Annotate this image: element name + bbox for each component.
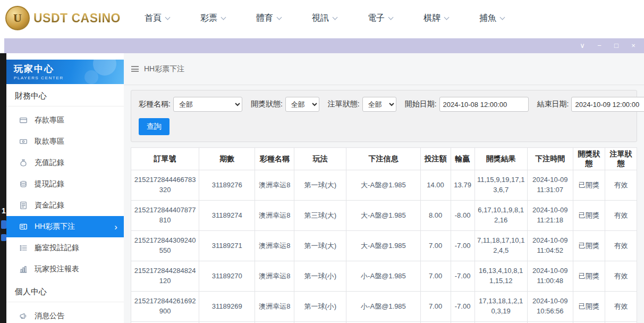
filter-label: 開獎狀態: (251, 100, 283, 109)
table-cell: 6,17,10,1,9,8,12,16 (474, 201, 527, 231)
hall-record-icon (19, 244, 28, 252)
sidebar-subtitle: PLAYERS CENTER (14, 76, 124, 80)
table-cell: 已開獎 (573, 201, 605, 231)
chevron-down-icon (333, 14, 338, 20)
logo-monogram: U (13, 11, 22, 25)
table-cell: 2152172844284824120 (131, 261, 199, 292)
table-cell: 17,13,18,1,2,10,3,19 (474, 292, 527, 322)
lottery-name-select[interactable]: 全部 (173, 97, 242, 112)
table-cell: 2024-10-09 11:04:52 (527, 231, 573, 261)
minimize-icon[interactable]: − (594, 40, 605, 51)
maximize-icon[interactable]: □ (611, 40, 622, 51)
column-header: 下注信息 (346, 148, 420, 170)
column-header: 輸贏 (451, 148, 474, 170)
sidebar-item-announcement[interactable]: 消息公告 (6, 305, 124, 323)
nav-item-3[interactable]: 體育 (256, 13, 281, 24)
nav-item-7[interactable]: 捕魚 (479, 13, 504, 24)
sidebar-title: 玩家中心 (14, 63, 124, 75)
filter-label: 彩種名稱: (139, 100, 171, 109)
nav-item-5[interactable]: 電子 (368, 13, 393, 24)
table-cell: 大-A盤@1.985 (346, 170, 420, 201)
section-label: 個人中心 (6, 280, 124, 302)
sidebar-item-withdraw[interactable]: 取款專區 (6, 131, 124, 152)
table-cell: -8.00 (451, 201, 474, 231)
table-cell: 2024-10-09 11:00:48 (527, 261, 573, 292)
sidebar-item-label: 存款專區 (35, 115, 64, 125)
main-content: HH彩票下注 彩種名稱:全部開獎狀態:全部注單狀態:全部開始日期:結束日期: 查… (124, 53, 644, 323)
sidebar-item-lottery[interactable]: HH彩票下注› (6, 216, 124, 237)
sidebar-item-recharge[interactable]: 充值記錄 (6, 152, 124, 173)
breadcrumb: HH彩票下注 (124, 53, 644, 85)
table-cell: 已開獎 (573, 231, 605, 261)
chevron-down-icon (277, 14, 282, 20)
chevron-right-icon: › (114, 222, 117, 231)
start-date-input[interactable] (439, 97, 529, 112)
filter-row: 彩種名稱:全部開獎狀態:全部注單狀態:全部開始日期:結束日期: (139, 97, 629, 112)
table-row: 215217284426169290031189269澳洲幸运8第一球(小)小-… (131, 292, 637, 322)
bets-table: 訂單號期數彩種名稱玩法下注信息投注額輸贏開獎結果下注時間開獎狀態注單狀態 215… (131, 147, 637, 323)
sidebar-item-funds[interactable]: 資金記錄 (6, 195, 124, 216)
table-cell: 31189271 (199, 231, 255, 261)
column-header: 玩法 (294, 148, 346, 170)
search-button[interactable]: 查詢 (139, 118, 170, 135)
nav-item-1[interactable]: 首頁 (145, 13, 170, 24)
column-header: 開獎結果 (474, 148, 527, 170)
table-row: 215217284446678332031189276澳洲幸运8第一球(大)大-… (131, 170, 637, 201)
section-label: 財務中心 (6, 84, 124, 106)
table-cell: 有效 (605, 201, 637, 231)
table-cell: 31189270 (199, 261, 255, 292)
table-cell: 有效 (605, 170, 637, 201)
nav-item-2[interactable]: 彩票 (200, 13, 225, 24)
filter-label: 結束日期: (537, 100, 569, 109)
table-cell: 7.00 (420, 292, 451, 322)
chevron-down-icon (221, 14, 226, 20)
nav-label: 彩票 (200, 13, 217, 24)
table-cell: 小-A盤@1.985 (346, 261, 420, 292)
nav-item-4[interactable]: 視訊 (312, 13, 337, 24)
column-header: 注單狀態 (605, 148, 637, 170)
site-logo[interactable]: U USDT CASINO (5, 6, 129, 30)
sidebar-item-cashout[interactable]: 提現記錄 (6, 173, 124, 195)
sidebar-item-label: 取款專區 (35, 137, 64, 146)
menu-icon[interactable] (131, 65, 139, 73)
table-cell: 第一球(小) (294, 292, 346, 322)
filter-draw-status: 開獎狀態:全部 (251, 97, 319, 112)
table-cell: 2152172844309240550 (131, 231, 199, 261)
table-cell: 大-A盤@1.985 (346, 201, 420, 231)
table-cell: 第一球(大) (294, 170, 346, 201)
withdraw-icon (19, 137, 28, 146)
deposit-icon (19, 116, 28, 125)
table-cell: 澳洲幸运8 (255, 170, 294, 201)
top-nav: 首頁彩票體育視訊電子棋牌捕魚 (145, 13, 504, 24)
sidebar-item-report[interactable]: 玩家投注報表 (6, 259, 124, 280)
filter-label: 注單狀態: (328, 100, 360, 109)
background-fragment-icon (1, 234, 6, 241)
table-cell: -7.00 (451, 292, 474, 322)
sidebar-item-hall-record[interactable]: 廳室投註記錄 (6, 237, 124, 259)
table-header-row: 訂單號期數彩種名稱玩法下注信息投注額輸贏開獎結果下注時間開獎狀態注單狀態 (131, 148, 637, 170)
table-row: 215217284430924055031189271澳洲幸运8第一球(大)大-… (131, 231, 637, 261)
lottery-icon (19, 222, 28, 231)
table-row: 215217284428482412031189270澳洲幸运8第一球(小)小-… (131, 261, 637, 292)
table-cell: 澳洲幸运8 (255, 261, 294, 292)
table-cell: 31189276 (199, 170, 255, 201)
column-header: 開獎狀態 (573, 148, 605, 170)
window-body: 玩家中心 PLAYERS CENTER 財務中心存款專區取款專區充值記錄提現記錄… (6, 53, 644, 323)
nav-item-6[interactable]: 棋牌 (423, 13, 448, 24)
sidebar-item-deposit[interactable]: 存款專區 (6, 110, 124, 131)
nav-label: 視訊 (312, 13, 329, 24)
end-date-input[interactable] (571, 97, 644, 112)
draw-status-select[interactable]: 全部 (285, 97, 319, 112)
table-cell: 澳洲幸运8 (255, 201, 294, 231)
sidebar-item-label: 廳室投註記錄 (35, 243, 79, 253)
chevron-down-icon (165, 14, 171, 20)
sidebar-menu: 財務中心存款專區取款專區充值記錄提現記錄資金記錄HH彩票下注›廳室投註記錄玩家投… (6, 84, 124, 323)
chevron-down-icon (444, 14, 450, 20)
column-header: 投注額 (420, 148, 451, 170)
collapse-icon[interactable]: ∨ (577, 40, 588, 51)
order-status-select[interactable]: 全部 (362, 97, 396, 112)
sidebar: 玩家中心 PLAYERS CENTER 財務中心存款專區取款專區充值記錄提現記錄… (6, 53, 124, 323)
table-cell: 13.79 (451, 170, 474, 201)
breadcrumb-label: HH彩票下注 (144, 64, 184, 74)
close-icon[interactable]: × (628, 40, 639, 51)
